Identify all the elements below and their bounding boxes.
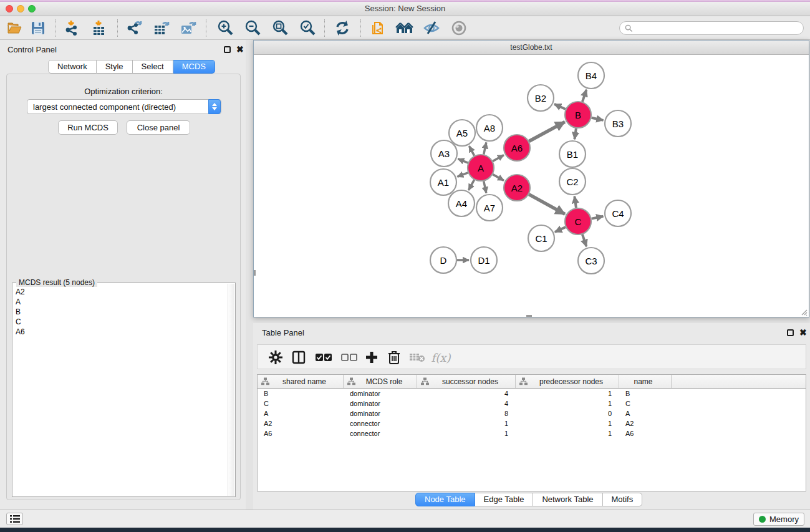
table-row-A[interactable]: Adominator80A bbox=[258, 409, 806, 418]
table-row-A2[interactable]: A2connector11A2 bbox=[258, 418, 806, 428]
zoom-selected-icon[interactable] bbox=[298, 19, 317, 37]
result-item[interactable]: B bbox=[13, 307, 228, 317]
graph-node-B2[interactable]: B2 bbox=[528, 85, 554, 111]
cell-predecessor[interactable]: 1 bbox=[516, 389, 619, 399]
graph-node-B3[interactable]: B3 bbox=[605, 110, 631, 137]
function-builder-icon[interactable]: f(x) bbox=[432, 349, 450, 366]
deselect-all-icon[interactable] bbox=[340, 349, 358, 366]
cell-name[interactable]: A2 bbox=[619, 418, 672, 428]
graph-edge-A-A8[interactable] bbox=[484, 142, 486, 154]
graph-node-B1[interactable]: B1 bbox=[559, 141, 586, 167]
cell-successor[interactable]: 8 bbox=[417, 409, 516, 418]
cell-mcds_role[interactable]: connector bbox=[344, 418, 417, 428]
column-header-name[interactable]: name bbox=[619, 375, 672, 388]
network-canvas[interactable]: B4B2BB3A8A5A6A3B1AA1C2A2A4A7C4CC1C3DD1 bbox=[254, 55, 809, 317]
search-input[interactable] bbox=[636, 22, 798, 34]
close-window-button[interactable] bbox=[6, 5, 13, 12]
graph-node-A6[interactable]: A6 bbox=[504, 135, 530, 161]
graph-node-A2[interactable]: A2 bbox=[504, 175, 530, 201]
cell-shared_name[interactable]: A6 bbox=[258, 428, 344, 438]
cell-predecessor[interactable]: 1 bbox=[516, 399, 619, 409]
graph-node-A3[interactable]: A3 bbox=[431, 140, 457, 167]
minimize-window-button[interactable] bbox=[17, 5, 24, 12]
cell-mcds_role[interactable]: dominator bbox=[344, 389, 417, 399]
tab-mcds[interactable]: MCDS bbox=[173, 60, 215, 74]
cell-name[interactable]: A bbox=[619, 409, 672, 418]
graph-node-A4[interactable]: A4 bbox=[448, 190, 475, 216]
cell-shared_name[interactable]: A bbox=[258, 409, 344, 418]
graph-edge-C-C2[interactable] bbox=[574, 196, 576, 208]
tab-style[interactable]: Style bbox=[97, 60, 133, 74]
result-item[interactable]: A6 bbox=[13, 327, 228, 337]
close-panel-icon[interactable]: ✖ bbox=[799, 329, 807, 336]
graph-node-A8[interactable]: A8 bbox=[476, 115, 503, 141]
cell-mcds_role[interactable]: dominator bbox=[344, 399, 417, 409]
graph-edge-B-B2[interactable] bbox=[554, 104, 566, 109]
graph-node-B[interactable]: B bbox=[565, 102, 591, 128]
cell-name[interactable]: A6 bbox=[619, 428, 672, 438]
memory-button[interactable]: Memory bbox=[753, 513, 804, 526]
graph-edge-A-A2[interactable] bbox=[493, 175, 504, 181]
graph-node-C4[interactable]: C4 bbox=[605, 200, 631, 226]
graph-edge-B-B3[interactable] bbox=[591, 118, 603, 120]
resize-grip[interactable] bbox=[800, 308, 808, 316]
cell-name[interactable]: C bbox=[619, 399, 672, 409]
table-row-C[interactable]: Cdominator41C bbox=[258, 399, 806, 409]
column-header-shared-name[interactable]: shared name bbox=[258, 375, 344, 388]
graph-edge-A-A5[interactable] bbox=[469, 146, 474, 155]
graph-node-A5[interactable]: A5 bbox=[449, 120, 475, 146]
graph-node-C3[interactable]: C3 bbox=[578, 248, 604, 274]
export-table-icon[interactable] bbox=[152, 19, 170, 37]
graph-edge-C-C3[interactable] bbox=[582, 235, 586, 246]
graph-node-B4[interactable]: B4 bbox=[578, 62, 604, 89]
graph-edge-C-C1[interactable] bbox=[555, 227, 566, 232]
column-header-successor-nodes[interactable]: successor nodes bbox=[417, 375, 516, 388]
graph-edge-A-A4[interactable] bbox=[468, 180, 474, 190]
delete-table-icon[interactable] bbox=[408, 349, 426, 366]
graph-edge-B-B4[interactable] bbox=[582, 90, 586, 102]
graph-node-D1[interactable]: D1 bbox=[471, 247, 497, 273]
tab-network-table[interactable]: Network Table bbox=[533, 493, 602, 506]
delete-columns-icon[interactable] bbox=[385, 349, 403, 366]
graph-edge-B-B1[interactable] bbox=[574, 128, 576, 139]
graph-node-C2[interactable]: C2 bbox=[559, 168, 586, 195]
result-item[interactable]: C bbox=[13, 317, 228, 327]
show-hidden-icon[interactable] bbox=[450, 19, 468, 37]
create-column-icon[interactable] bbox=[363, 349, 380, 366]
table-row-B[interactable]: Bdominator41B bbox=[258, 389, 806, 399]
table-row-A6[interactable]: A6connector11A6 bbox=[258, 428, 806, 438]
graph-edge-A-A1[interactable] bbox=[457, 173, 468, 177]
cell-shared_name[interactable]: C bbox=[258, 399, 344, 409]
cell-predecessor[interactable]: 0 bbox=[516, 409, 619, 418]
tab-motifs[interactable]: Motifs bbox=[603, 493, 643, 506]
close-panel-button[interactable]: Close panel bbox=[127, 120, 190, 135]
mcds-result-list[interactable]: A2ABCA6 bbox=[13, 287, 228, 495]
graph-edge-A-A3[interactable] bbox=[458, 159, 468, 163]
show-columns-icon[interactable] bbox=[290, 349, 307, 366]
tab-node-table[interactable]: Node Table bbox=[415, 493, 475, 506]
cell-predecessor[interactable]: 1 bbox=[516, 428, 619, 438]
maximize-view-button[interactable] bbox=[281, 44, 289, 51]
result-item[interactable]: A bbox=[13, 297, 228, 307]
float-panel-icon[interactable] bbox=[787, 329, 794, 336]
graph-node-C[interactable]: C bbox=[565, 208, 591, 235]
column-header-predecessor-nodes[interactable]: predecessor nodes bbox=[516, 375, 619, 388]
network-overview-icon[interactable] bbox=[395, 19, 414, 37]
cell-mcds_role[interactable]: dominator bbox=[344, 409, 417, 418]
export-image-icon[interactable] bbox=[178, 19, 197, 37]
result-item[interactable]: A2 bbox=[13, 287, 228, 297]
cell-successor[interactable]: 4 bbox=[417, 389, 516, 399]
graph-node-D[interactable]: D bbox=[430, 247, 456, 273]
zoom-fit-icon[interactable] bbox=[271, 19, 289, 37]
refresh-view-icon[interactable] bbox=[333, 19, 352, 37]
close-view-button[interactable] bbox=[259, 44, 266, 51]
graph-node-A[interactable]: A bbox=[468, 155, 494, 181]
search-box[interactable] bbox=[619, 21, 804, 35]
export-network-icon[interactable] bbox=[125, 19, 143, 37]
optimization-criterion-select[interactable]: largest connected component (directed) bbox=[27, 99, 221, 114]
import-network-icon[interactable] bbox=[62, 19, 81, 37]
float-panel-icon[interactable] bbox=[224, 46, 231, 53]
graph-edge-C-C4[interactable] bbox=[592, 216, 604, 219]
cell-successor[interactable]: 1 bbox=[417, 428, 516, 438]
network-window-title-bar[interactable]: testGlobe.txt bbox=[254, 41, 809, 55]
